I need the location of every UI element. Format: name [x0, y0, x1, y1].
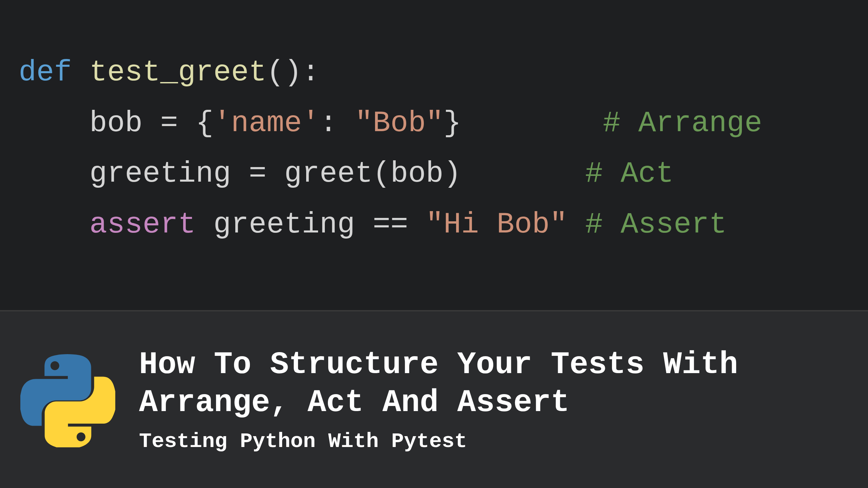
string-key: 'name' — [213, 107, 319, 140]
comment-arrange: # Arrange — [603, 107, 762, 140]
code-block: def test_greet(): bob = {'name': "Bob"} … — [0, 0, 868, 310]
string-expected: "Hi Bob" — [426, 208, 568, 241]
comment-assert: # Assert — [585, 208, 727, 241]
function-name: test_greet — [90, 56, 267, 89]
page-title: How To Structure Your Tests With Arrange… — [139, 346, 848, 422]
footer: How To Structure Your Tests With Arrange… — [0, 311, 868, 488]
code-line-1: def test_greet(): — [19, 47, 849, 98]
call-fn: greet — [284, 157, 373, 190]
string-val: "Bob" — [355, 107, 443, 140]
keyword-def: def — [19, 56, 72, 89]
footer-text: How To Structure Your Tests With Arrange… — [139, 346, 848, 453]
keyword-assert: assert — [90, 208, 196, 241]
python-logo-icon — [20, 352, 115, 447]
code-line-3: greeting = greet(bob) # Act — [19, 149, 849, 200]
code-line-4: assert greeting == "Hi Bob" # Assert — [19, 200, 849, 250]
code-line-2: bob = {'name': "Bob"} # Arrange — [19, 98, 849, 149]
comment-act: # Act — [585, 157, 674, 190]
page-subtitle: Testing Python With Pytest — [139, 429, 848, 453]
